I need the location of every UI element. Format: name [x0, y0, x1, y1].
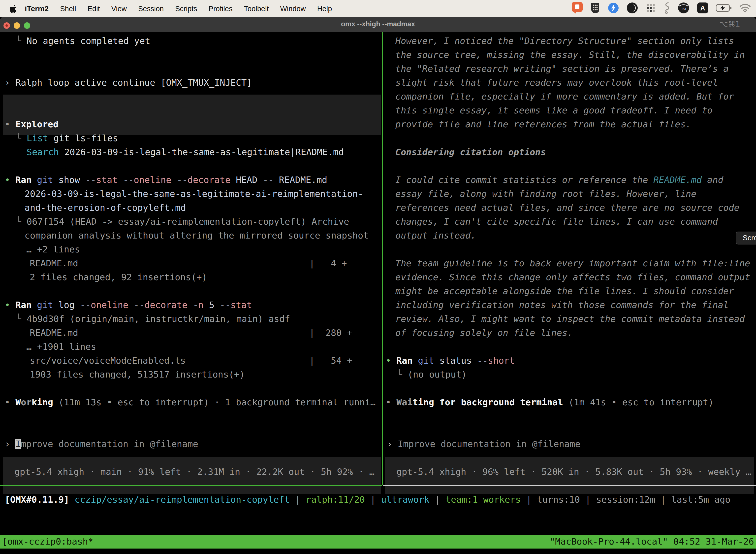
- messages-bubble-icon[interactable]: [571, 2, 583, 14]
- terminal-line: gpt-5.4 xhigh · 96% left · 520K in · 5.8…: [396, 465, 751, 479]
- terminal-line: gpt-5.4 xhigh · main · 91% left · 2.31M …: [14, 465, 375, 479]
- menu-items: iTerm2ShellEditViewSessionScriptsProfile…: [25, 4, 343, 13]
- zoom-button[interactable]: [24, 22, 30, 29]
- terminal-line: Considering citation options: [395, 145, 546, 159]
- pane-border-bottom-right: [383, 485, 756, 486]
- menu-item-session[interactable]: Session: [138, 5, 164, 13]
- menu-item-edit[interactable]: Edit: [87, 5, 100, 13]
- verified-badge-icon[interactable]: [608, 2, 619, 14]
- dots-grid-icon[interactable]: [645, 2, 656, 13]
- terminal-line: • Ran git log --oneline --decorate -n 5 …: [5, 298, 252, 312]
- keyboard-a-icon[interactable]: A: [697, 2, 708, 14]
- terminal-line: slight risk that future readers may over…: [395, 76, 718, 90]
- menu-item-profiles[interactable]: Profiles: [208, 5, 233, 13]
- menu-item-iterm2[interactable]: iTerm2: [25, 4, 49, 13]
- window-shortcut-badge: ⌥⌘1: [719, 16, 740, 32]
- terminal-line: and-the-erosion-of-copyleft.md: [24, 201, 186, 215]
- terminal-line: • Ran git show --stat --oneline --decora…: [5, 173, 327, 187]
- terminal-line: └ No agents completed yet: [16, 34, 150, 48]
- terminal-line: › Improve documentation in @filename: [5, 437, 198, 451]
- terminal-line: [OMX#0.11.9] cczip/essay/ai-reimplementa…: [5, 493, 731, 507]
- menu-item-view[interactable]: View: [111, 5, 127, 13]
- menu-item-scripts[interactable]: Scripts: [175, 5, 197, 13]
- menu-status-icons: ..61 A: [571, 0, 751, 16]
- battery-charging-icon[interactable]: [716, 4, 732, 12]
- terminal-line: … +2 lines: [26, 242, 80, 257]
- wifi-icon[interactable]: [739, 3, 751, 12]
- terminal-line: • Working (11m 13s • esc to interrupt) ·…: [5, 395, 376, 409]
- terminal-line: 2026-03-09-is-legal-the-same-as-legitima…: [24, 187, 363, 201]
- terminal-line: Search 2026-03-09-is-legal-the-same-as-l…: [16, 145, 344, 159]
- terminal-content: └ No agents completed yet› Ralph loop ac…: [0, 32, 756, 535]
- tmux-host-clock: "MacBook-Pro-44.local" 04:52 31-Mar-26: [550, 535, 754, 549]
- terminal-line: evidence. Since this change only affects…: [395, 270, 750, 284]
- terminal-line: I could cite commit statistics or refere…: [395, 173, 723, 187]
- terminal-line: including verification notes with those …: [395, 298, 729, 312]
- terminal-line: essay file, along with finding root file…: [395, 187, 696, 201]
- terminal-line: … +1901 lines: [26, 340, 96, 354]
- menu-bar: iTerm2ShellEditViewSessionScriptsProfile…: [0, 0, 756, 17]
- terminal-line: 1903 files changed, 513517 insertions(+): [30, 368, 245, 382]
- apple-menu-icon[interactable]: [10, 4, 17, 13]
- terminal-line: └ (no output): [397, 368, 467, 382]
- terminal-line: └ 067f154 (HEAD -> essay/ai-reimplementa…: [16, 215, 349, 229]
- screen-share-button[interactable]: Scre: [736, 232, 756, 244]
- terminal-line: this single essay, it seems like a good …: [395, 104, 712, 117]
- terminal-line: However, I noticed the "Directory Struct…: [395, 34, 734, 48]
- svg-text:A: A: [700, 4, 705, 12]
- shield-grid-icon[interactable]: [590, 2, 600, 14]
- terminal-line: • Explored: [5, 117, 59, 131]
- terminal-line: • Waiting for background terminal (1m 41…: [386, 395, 713, 409]
- moon-circle-icon[interactable]: [627, 2, 638, 14]
- terminal-line: changes, I can't cite specific file line…: [395, 215, 718, 229]
- terminal-line: src/voice/voiceModeEnabled.ts | 54 +: [30, 354, 352, 368]
- tmux-window-label[interactable]: [omx-cczip0:bash*: [2, 535, 93, 549]
- terminal-line: references need actual files, and since …: [395, 201, 739, 215]
- terminal-line: README.md | 4 +: [30, 257, 347, 270]
- terminal-line: • Ran git status --short: [386, 354, 515, 368]
- menu-item-window[interactable]: Window: [280, 5, 306, 13]
- terminal-line: README.md | 280 +: [30, 326, 352, 340]
- terminal-line: the "Related research writing" section i…: [395, 62, 729, 76]
- ralph-banner-box: [3, 95, 381, 135]
- squiggle-icon[interactable]: [664, 2, 670, 14]
- gauge-61-icon[interactable]: ..61: [678, 2, 690, 14]
- terminal-line: of focusing solely on file lines.: [395, 326, 573, 340]
- terminal-line: └ 4b9d30f (origin/main, instructkr/main,…: [16, 312, 290, 326]
- window-title: omx --xhigh --madmax: [0, 16, 756, 32]
- terminal-line: might be acceptable alongside the file l…: [395, 284, 734, 298]
- terminal-line: └ List git ls-files: [16, 131, 118, 145]
- terminal-line: the source tree, missing the essay. Stil…: [395, 48, 745, 62]
- pane-divider-vertical[interactable]: [382, 32, 383, 485]
- menu-item-shell[interactable]: Shell: [60, 5, 76, 13]
- terminal-line: › Ralph loop active continue [OMX_TMUX_I…: [5, 76, 252, 90]
- tmux-status-bar: [omx-cczip0:bash* "MacBook-Pro-44.local"…: [0, 535, 756, 549]
- terminal-line: › Improve documentation in @filename: [387, 437, 580, 451]
- menu-item-help[interactable]: Help: [317, 5, 332, 13]
- terminal-line: The team guideline is to back every impo…: [395, 257, 750, 270]
- terminal-line: companion analysis without altering the …: [24, 229, 369, 242]
- terminal-line: 2 files changed, 92 insertions(+): [30, 270, 207, 284]
- minimize-button[interactable]: [14, 22, 20, 29]
- terminal-line: output instead.: [395, 229, 476, 242]
- close-button[interactable]: [3, 22, 10, 29]
- terminal-line: companion file, especially if more comme…: [395, 90, 734, 104]
- menu-item-toolbelt[interactable]: Toolbelt: [244, 5, 269, 13]
- terminal-line: review. Also, I might want to inspect th…: [395, 312, 745, 326]
- svg-text:..61: ..61: [680, 7, 687, 11]
- terminal-line: provide file and line references from th…: [395, 117, 691, 131]
- pane-border-bottom-left: [0, 485, 382, 486]
